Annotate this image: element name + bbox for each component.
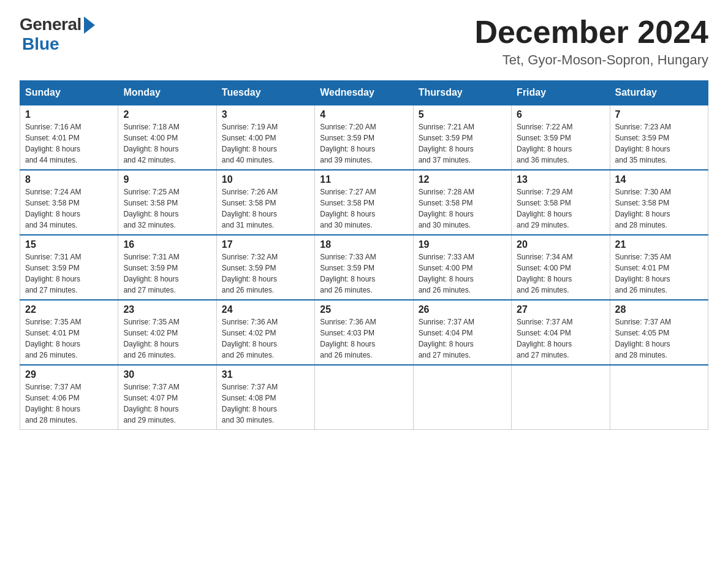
calendar-cell: 13Sunrise: 7:29 AMSunset: 3:58 PMDayligh… [512, 170, 610, 235]
day-info: Sunrise: 7:19 AMSunset: 4:00 PMDaylight:… [222, 121, 309, 166]
calendar-cell: 24Sunrise: 7:36 AMSunset: 4:02 PMDayligh… [216, 300, 314, 365]
col-header-saturday: Saturday [610, 81, 708, 105]
day-info: Sunrise: 7:37 AMSunset: 4:08 PMDaylight:… [222, 381, 309, 426]
day-number: 23 [123, 304, 211, 315]
day-info: Sunrise: 7:33 AMSunset: 4:00 PMDaylight:… [419, 251, 506, 296]
day-number: 27 [517, 304, 604, 315]
calendar-cell: 3Sunrise: 7:19 AMSunset: 4:00 PMDaylight… [216, 105, 314, 170]
day-number: 18 [320, 239, 408, 250]
calendar-cell [512, 365, 610, 430]
day-number: 8 [25, 174, 113, 185]
logo-blue-text: Blue [22, 34, 59, 54]
day-number: 6 [517, 109, 604, 120]
day-number: 12 [419, 174, 506, 185]
day-info: Sunrise: 7:23 AMSunset: 3:59 PMDaylight:… [615, 121, 703, 166]
calendar-cell: 19Sunrise: 7:33 AMSunset: 4:00 PMDayligh… [413, 235, 511, 300]
day-info: Sunrise: 7:35 AMSunset: 4:01 PMDaylight:… [615, 251, 703, 296]
day-info: Sunrise: 7:34 AMSunset: 4:00 PMDaylight:… [517, 251, 604, 296]
calendar-cell: 28Sunrise: 7:37 AMSunset: 4:05 PMDayligh… [610, 300, 708, 365]
calendar-cell: 4Sunrise: 7:20 AMSunset: 3:59 PMDaylight… [315, 105, 413, 170]
day-info: Sunrise: 7:27 AMSunset: 3:58 PMDaylight:… [320, 186, 408, 231]
calendar-cell: 21Sunrise: 7:35 AMSunset: 4:01 PMDayligh… [610, 235, 708, 300]
calendar-cell [610, 365, 708, 430]
day-number: 1 [25, 109, 113, 120]
calendar-week-row: 1Sunrise: 7:16 AMSunset: 4:01 PMDaylight… [20, 105, 708, 170]
col-header-sunday: Sunday [20, 81, 118, 105]
day-info: Sunrise: 7:31 AMSunset: 3:59 PMDaylight:… [123, 251, 211, 296]
day-info: Sunrise: 7:36 AMSunset: 4:02 PMDaylight:… [222, 316, 309, 361]
calendar-cell: 25Sunrise: 7:36 AMSunset: 4:03 PMDayligh… [315, 300, 413, 365]
location-title: Tet, Gyor-Moson-Sopron, Hungary [474, 52, 708, 68]
calendar-cell: 6Sunrise: 7:22 AMSunset: 3:59 PMDaylight… [512, 105, 610, 170]
calendar-cell: 23Sunrise: 7:35 AMSunset: 4:02 PMDayligh… [118, 300, 216, 365]
day-number: 16 [123, 239, 211, 250]
calendar-cell: 30Sunrise: 7:37 AMSunset: 4:07 PMDayligh… [118, 365, 216, 430]
day-number: 2 [123, 109, 211, 120]
day-info: Sunrise: 7:30 AMSunset: 3:58 PMDaylight:… [615, 186, 703, 231]
day-number: 11 [320, 174, 408, 185]
col-header-thursday: Thursday [413, 81, 511, 105]
day-info: Sunrise: 7:22 AMSunset: 3:59 PMDaylight:… [517, 121, 604, 166]
day-number: 7 [615, 109, 703, 120]
calendar-cell: 9Sunrise: 7:25 AMSunset: 3:58 PMDaylight… [118, 170, 216, 235]
col-header-monday: Monday [118, 81, 216, 105]
calendar-cell: 5Sunrise: 7:21 AMSunset: 3:59 PMDaylight… [413, 105, 511, 170]
day-info: Sunrise: 7:26 AMSunset: 3:58 PMDaylight:… [222, 186, 309, 231]
day-number: 5 [419, 109, 506, 120]
day-info: Sunrise: 7:36 AMSunset: 4:03 PMDaylight:… [320, 316, 408, 361]
calendar-cell: 26Sunrise: 7:37 AMSunset: 4:04 PMDayligh… [413, 300, 511, 365]
day-number: 31 [222, 369, 309, 380]
calendar-week-row: 22Sunrise: 7:35 AMSunset: 4:01 PMDayligh… [20, 300, 708, 365]
day-number: 13 [517, 174, 604, 185]
day-number: 30 [123, 369, 211, 380]
day-info: Sunrise: 7:28 AMSunset: 3:58 PMDaylight:… [419, 186, 506, 231]
calendar-cell: 17Sunrise: 7:32 AMSunset: 3:59 PMDayligh… [216, 235, 314, 300]
day-info: Sunrise: 7:37 AMSunset: 4:04 PMDaylight:… [517, 316, 604, 361]
day-number: 26 [419, 304, 506, 315]
logo: General Blue [20, 15, 95, 54]
logo-arrow-icon [84, 17, 95, 34]
calendar-header-row: SundayMondayTuesdayWednesdayThursdayFrid… [20, 81, 708, 105]
calendar-cell: 16Sunrise: 7:31 AMSunset: 3:59 PMDayligh… [118, 235, 216, 300]
day-number: 15 [25, 239, 113, 250]
day-number: 9 [123, 174, 211, 185]
day-number: 4 [320, 109, 408, 120]
day-number: 28 [615, 304, 703, 315]
calendar-cell [413, 365, 511, 430]
calendar-cell: 22Sunrise: 7:35 AMSunset: 4:01 PMDayligh… [20, 300, 118, 365]
calendar-cell: 20Sunrise: 7:34 AMSunset: 4:00 PMDayligh… [512, 235, 610, 300]
calendar-cell: 1Sunrise: 7:16 AMSunset: 4:01 PMDaylight… [20, 105, 118, 170]
title-area: December 2024 Tet, Gyor-Moson-Sopron, Hu… [474, 15, 708, 68]
logo-general-text: General [20, 15, 82, 34]
day-number: 22 [25, 304, 113, 315]
day-info: Sunrise: 7:18 AMSunset: 4:00 PMDaylight:… [123, 121, 211, 166]
calendar-cell: 10Sunrise: 7:26 AMSunset: 3:58 PMDayligh… [216, 170, 314, 235]
day-number: 17 [222, 239, 309, 250]
calendar-cell: 11Sunrise: 7:27 AMSunset: 3:58 PMDayligh… [315, 170, 413, 235]
day-number: 10 [222, 174, 309, 185]
page-header: General Blue December 2024 Tet, Gyor-Mos… [20, 15, 708, 68]
day-info: Sunrise: 7:32 AMSunset: 3:59 PMDaylight:… [222, 251, 309, 296]
day-number: 19 [419, 239, 506, 250]
calendar-cell: 18Sunrise: 7:33 AMSunset: 3:59 PMDayligh… [315, 235, 413, 300]
col-header-friday: Friday [512, 81, 610, 105]
day-info: Sunrise: 7:37 AMSunset: 4:07 PMDaylight:… [123, 381, 211, 426]
day-number: 3 [222, 109, 309, 120]
day-info: Sunrise: 7:37 AMSunset: 4:04 PMDaylight:… [419, 316, 506, 361]
day-info: Sunrise: 7:31 AMSunset: 3:59 PMDaylight:… [25, 251, 113, 296]
month-title: December 2024 [474, 15, 708, 50]
day-info: Sunrise: 7:37 AMSunset: 4:05 PMDaylight:… [615, 316, 703, 361]
day-info: Sunrise: 7:37 AMSunset: 4:06 PMDaylight:… [25, 381, 113, 426]
day-info: Sunrise: 7:24 AMSunset: 3:58 PMDaylight:… [25, 186, 113, 231]
day-info: Sunrise: 7:25 AMSunset: 3:58 PMDaylight:… [123, 186, 211, 231]
day-info: Sunrise: 7:20 AMSunset: 3:59 PMDaylight:… [320, 121, 408, 166]
day-info: Sunrise: 7:16 AMSunset: 4:01 PMDaylight:… [25, 121, 113, 166]
day-number: 25 [320, 304, 408, 315]
calendar-table: SundayMondayTuesdayWednesdayThursdayFrid… [20, 80, 708, 430]
calendar-cell: 14Sunrise: 7:30 AMSunset: 3:58 PMDayligh… [610, 170, 708, 235]
calendar-cell: 7Sunrise: 7:23 AMSunset: 3:59 PMDaylight… [610, 105, 708, 170]
calendar-cell: 8Sunrise: 7:24 AMSunset: 3:58 PMDaylight… [20, 170, 118, 235]
day-info: Sunrise: 7:33 AMSunset: 3:59 PMDaylight:… [320, 251, 408, 296]
day-number: 14 [615, 174, 703, 185]
calendar-cell: 12Sunrise: 7:28 AMSunset: 3:58 PMDayligh… [413, 170, 511, 235]
